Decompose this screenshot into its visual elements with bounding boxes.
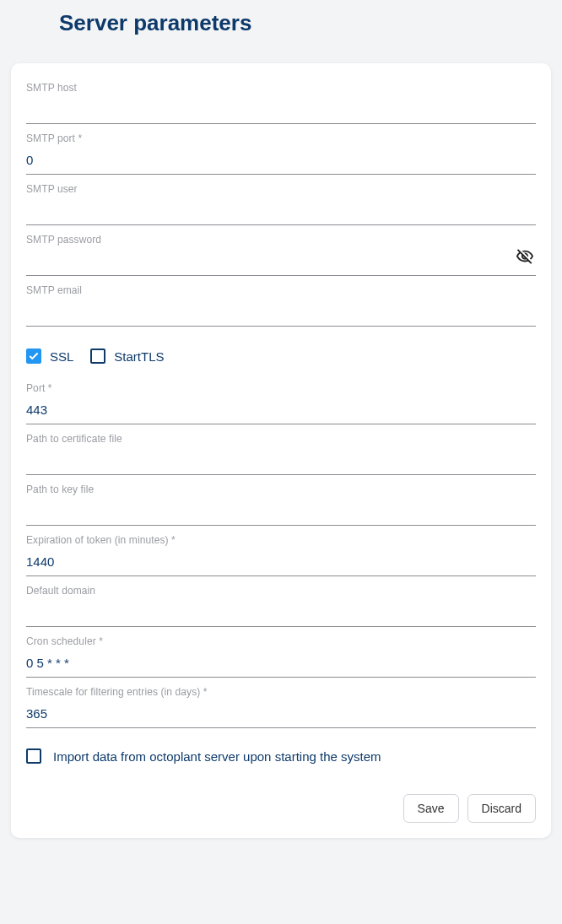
default-domain-input[interactable] xyxy=(26,602,536,627)
import-label: Import data from octoplant server upon s… xyxy=(53,749,381,764)
page-title: Server parameters xyxy=(59,10,545,36)
discard-button[interactable]: Discard xyxy=(467,794,536,823)
key-path-field: Path to key file xyxy=(26,477,536,526)
smtp-password-field: SMTP password xyxy=(26,227,536,276)
key-path-label: Path to key file xyxy=(26,484,536,495)
cron-field: Cron scheduler * xyxy=(26,629,536,678)
ssl-checkbox-box xyxy=(26,349,41,364)
smtp-user-label: SMTP user xyxy=(26,183,536,195)
import-checkbox[interactable]: Import data from octoplant server upon s… xyxy=(26,730,536,770)
ssl-checkbox[interactable]: SSL xyxy=(26,349,73,364)
smtp-email-field: SMTP email xyxy=(26,278,536,327)
cert-path-input[interactable] xyxy=(26,450,536,475)
timescale-label: Timescale for filtering entries (in days… xyxy=(26,686,536,698)
token-expiration-field: Expiration of token (in minutes) * xyxy=(26,527,536,576)
key-path-input[interactable] xyxy=(26,500,536,526)
smtp-password-input[interactable] xyxy=(26,251,536,276)
cert-path-label: Path to certificate file xyxy=(26,433,536,445)
page-header: Server parameters xyxy=(0,0,562,53)
smtp-port-input[interactable] xyxy=(26,149,536,175)
token-expiration-input[interactable] xyxy=(26,551,536,576)
toggle-visibility-icon[interactable] xyxy=(516,247,534,269)
cron-input[interactable] xyxy=(26,652,536,678)
starttls-label: StartTLS xyxy=(114,349,164,364)
smtp-password-label: SMTP password xyxy=(26,234,536,246)
token-expiration-label: Expiration of token (in minutes) * xyxy=(26,534,536,546)
timescale-input[interactable] xyxy=(26,703,536,728)
port-field: Port * xyxy=(26,376,536,424)
default-domain-field: Default domain xyxy=(26,578,536,627)
smtp-host-label: SMTP host xyxy=(26,82,536,94)
port-input[interactable] xyxy=(26,399,536,424)
smtp-port-field: SMTP port * xyxy=(26,126,536,175)
smtp-user-field: SMTP user xyxy=(26,176,536,225)
smtp-host-input[interactable] xyxy=(26,99,536,124)
smtp-email-label: SMTP email xyxy=(26,284,536,296)
server-parameters-card: SMTP host SMTP port * SMTP user SMTP pas… xyxy=(11,63,551,838)
smtp-email-input[interactable] xyxy=(26,301,536,327)
ssl-label: SSL xyxy=(50,349,73,364)
import-checkbox-box xyxy=(26,748,41,764)
save-button[interactable]: Save xyxy=(403,794,459,823)
smtp-host-field: SMTP host xyxy=(26,75,536,124)
port-label: Port * xyxy=(26,382,536,394)
smtp-user-input[interactable] xyxy=(26,200,536,225)
default-domain-label: Default domain xyxy=(26,585,536,597)
cron-label: Cron scheduler * xyxy=(26,635,536,647)
ssl-starttls-row: SSL StartTLS xyxy=(26,328,536,376)
timescale-field: Timescale for filtering entries (in days… xyxy=(26,679,536,728)
starttls-checkbox-box xyxy=(90,349,105,364)
actions-row: Save Discard xyxy=(26,770,536,823)
starttls-checkbox[interactable]: StartTLS xyxy=(90,349,164,364)
smtp-port-label: SMTP port * xyxy=(26,132,536,144)
cert-path-field: Path to certificate file xyxy=(26,426,536,475)
